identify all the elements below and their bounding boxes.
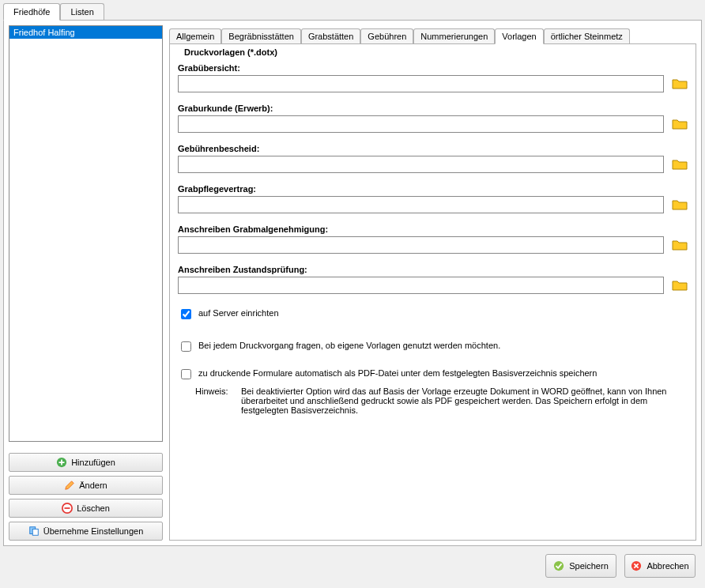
hint-text: Bei deaktivierter Option wird das auf Ba… [241, 386, 688, 415]
tab-listen[interactable]: Listen [60, 3, 104, 20]
tab-steinmetz[interactable]: örtlicher Steinmetz [544, 28, 630, 43]
list-item[interactable]: Friedhof Halfing [9, 26, 162, 39]
tab-content: Druckvorlagen (*.dotx) Grabübersicht: Gr… [169, 43, 696, 541]
outer-tabstrip: Friedhöfe Listen [3, 3, 702, 21]
cancel-button[interactable]: Abbrechen [624, 554, 696, 578]
inner-tabstrip: Allgemein Begräbnisstätten Grabstätten G… [169, 28, 696, 43]
grabpflegevertrag-label: Grabpflegevertrag: [178, 184, 688, 194]
left-column: Friedhof Halfing Hinzufügen Ändern Lösch… [9, 25, 163, 541]
add-button-label: Hinzufügen [71, 458, 115, 467]
auto-pdf-checkbox-label: zu druckende Formulare automatisch als P… [198, 368, 597, 378]
gebuehrenbescheid-input[interactable] [178, 156, 664, 173]
minus-icon [62, 503, 73, 514]
browse-grabmalgenehmigung-button[interactable] [672, 239, 688, 251]
edit-button-label: Ändern [79, 481, 107, 490]
zustandspruefung-input[interactable] [178, 277, 664, 294]
grabuebersicht-label: Grabübersicht: [178, 63, 688, 73]
ask-print-checkbox-label: Bei jedem Druckvorgang fragen, ob eigene… [198, 341, 500, 350]
cancel-button-label: Abbrechen [647, 561, 688, 571]
gebuehrenbescheid-label: Gebührenbescheid: [178, 144, 688, 153]
check-icon [553, 560, 564, 571]
graburkunde-label: Graburkunde (Erwerb): [178, 104, 688, 113]
delete-button-label: Löschen [77, 503, 110, 513]
tab-gebuehren[interactable]: Gebühren [360, 28, 413, 43]
edit-button[interactable]: Ändern [9, 476, 163, 495]
hint-label: Hinweis: [195, 386, 233, 415]
server-checkbox-label: auf Server einrichten [198, 308, 279, 318]
hint-row: Hinweis: Bei deaktivierter Option wird d… [195, 386, 688, 415]
pencil-icon [64, 480, 75, 491]
adopt-settings-label: Übernehme Einstellungen [43, 526, 144, 536]
side-buttons: Hinzufügen Ändern Löschen Übernehme Eins… [9, 447, 163, 541]
grabpflegevertrag-input[interactable] [178, 196, 664, 213]
plus-icon [56, 457, 67, 468]
group-heading: Druckvorlagen (*.dotx) [184, 47, 688, 57]
save-button-label: Speichern [569, 561, 609, 571]
cemetery-listbox[interactable]: Friedhof Halfing [9, 25, 163, 442]
browse-gebuehrenbescheid-button[interactable] [672, 158, 688, 171]
copy-settings-icon [28, 526, 40, 537]
browse-zustandspruefung-button[interactable] [672, 279, 688, 292]
svg-point-4 [554, 561, 564, 571]
right-column: Allgemein Begräbnisstätten Grabstätten G… [169, 25, 696, 541]
ask-print-checkbox[interactable] [181, 341, 191, 352]
cancel-icon [631, 560, 642, 571]
browse-graburkunde-button[interactable] [672, 118, 688, 130]
grabmalgenehmigung-input[interactable] [178, 236, 664, 254]
zustandspruefung-label: Anschreiben Zustandsprüfung: [178, 265, 688, 274]
auto-pdf-checkbox[interactable] [181, 369, 191, 379]
delete-button[interactable]: Löschen [9, 499, 163, 518]
svg-rect-3 [32, 529, 38, 535]
tab-grabstaetten[interactable]: Grabstätten [301, 28, 360, 43]
tab-begraebnisstaetten[interactable]: Begräbnisstätten [221, 28, 301, 43]
bottom-bar: Speichern Abbrechen [3, 546, 702, 581]
browse-grabuebersicht-button[interactable] [672, 77, 688, 90]
adopt-settings-button[interactable]: Übernehme Einstellungen [9, 522, 163, 541]
browse-grabpflegevertrag-button[interactable] [672, 198, 688, 211]
main-area: Friedhof Halfing Hinzufügen Ändern Lösch… [3, 21, 702, 546]
add-button[interactable]: Hinzufügen [9, 453, 163, 472]
tab-nummerierungen[interactable]: Nummerierungen [413, 28, 495, 43]
tab-allgemein[interactable]: Allgemein [169, 28, 221, 43]
tab-friedhoefe[interactable]: Friedhöfe [3, 3, 60, 21]
server-checkbox[interactable] [181, 309, 191, 319]
grabuebersicht-input[interactable] [178, 75, 664, 92]
tab-vorlagen[interactable]: Vorlagen [495, 28, 543, 44]
grabmalgenehmigung-label: Anschreiben Grabmalgenehmigung: [178, 224, 688, 234]
graburkunde-input[interactable] [178, 115, 664, 133]
save-button[interactable]: Speichern [545, 554, 616, 578]
